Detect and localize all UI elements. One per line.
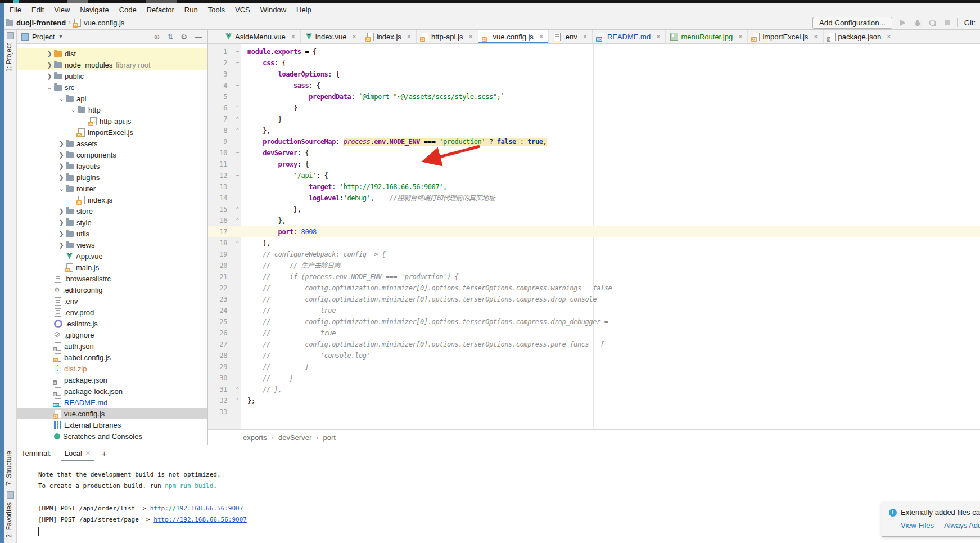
tree-item-app-vue[interactable]: App.vue [17,250,207,262]
chevron-right-icon[interactable]: ❯ [45,50,54,57]
tree-item-vue-config-js[interactable]: JSvue.config.js [17,408,207,419]
close-tab-icon[interactable]: ✕ [582,33,588,41]
fold-marker-icon[interactable]: ⌃ [231,125,244,136]
menu-vcs[interactable]: VCS [230,5,255,15]
fold-marker-icon[interactable]: − [231,170,244,181]
chevron-right-icon[interactable]: ❯ [57,230,66,237]
terminal-link[interactable]: http://192.168.66.56:9007 [153,516,247,523]
editor-breadcrumb-exports[interactable]: exports [243,433,267,442]
hide-panel-icon[interactable]: — [195,33,202,41]
stop-icon[interactable] [944,20,950,26]
always-add-link[interactable]: Always Add [944,521,980,529]
collapse-all-icon[interactable]: ⇅ [167,33,173,41]
run-icon[interactable] [899,19,906,26]
project-panel-title[interactable]: Project [32,33,55,41]
close-icon[interactable]: ✕ [85,450,91,457]
tree-item-src[interactable]: ⌄src [17,82,207,93]
tree-item-eslintrc-js[interactable]: .eslintrc.js [17,318,207,329]
chevron-right-icon[interactable]: ❯ [57,140,66,147]
chevron-right-icon[interactable]: ❯ [57,174,66,181]
new-terminal-session-button[interactable]: + [96,448,112,458]
tree-item-views[interactable]: ❯views [17,239,207,250]
fold-marker-icon[interactable]: − [231,46,244,57]
code-editor[interactable]: 1−module.exports = {2− css: {3− loaderOp… [208,44,980,429]
close-tab-icon[interactable]: ✕ [886,33,891,41]
close-tab-icon[interactable]: ✕ [539,33,544,41]
tree-item-style[interactable]: ❯style [17,217,207,228]
terminal-output[interactable]: Note that the development build is not o… [17,461,980,537]
chevron-right-icon[interactable]: ❯ [57,208,66,215]
fold-marker-icon[interactable]: − [231,69,244,80]
close-tab-icon[interactable]: ✕ [352,33,357,41]
chevron-down-icon[interactable]: ⌄ [45,84,54,91]
tree-item-importexcel-js[interactable]: JSimportExcel.js [17,127,207,138]
fold-marker-icon[interactable]: ⌃ [231,204,244,215]
tree-item-browserslistrc[interactable]: .browserslistrc [17,273,207,284]
tree-item-external-libraries[interactable]: External Libraries [17,419,207,430]
editor-tab-index-js[interactable]: JSindex.js✕ [362,30,417,43]
tree-item-layouts[interactable]: ❯layouts [17,160,207,172]
fold-marker-icon[interactable]: ⌃ [231,215,244,226]
menu-view[interactable]: View [49,5,75,15]
close-tab-icon[interactable]: ✕ [291,33,296,41]
tree-item-plugins[interactable]: ❯plugins [17,172,207,183]
editor-tab-asidemenu-vue[interactable]: AsideMenu.vue✕ [220,30,301,43]
stripe-favorites-button[interactable]: 2: Favorites [5,502,13,538]
close-tab-icon[interactable]: ✕ [738,33,743,41]
fold-marker-icon[interactable]: ⌃ [231,395,244,406]
tree-item-main-js[interactable]: JSmain.js [17,262,207,273]
fold-marker-icon[interactable]: ⌃ [231,237,244,249]
menu-refactor[interactable]: Refactor [142,5,179,15]
tree-item-package-json[interactable]: {}package.json [17,374,207,385]
chevron-down-icon[interactable]: ⌄ [57,95,66,102]
fold-marker-icon[interactable]: ⌃ [231,384,244,395]
view-files-link[interactable]: View Files [901,521,934,529]
terminal-tab-local[interactable]: Local ✕ [61,445,94,461]
tree-item-editorconfig[interactable]: ⚙.editorconfig [17,284,207,295]
fold-marker-icon[interactable]: − [231,80,244,91]
add-configuration-button[interactable]: Add Configuration... [812,17,892,29]
fold-marker-icon[interactable]: − [231,147,244,159]
chevron-down-icon[interactable]: ▼ [58,34,63,39]
tree-item-node-modules[interactable]: ❯node_moduleslibrary root [17,59,207,70]
tree-item-api[interactable]: ⌄api [17,93,207,104]
locate-file-icon[interactable]: ⊕ [154,33,160,41]
tree-item-dist[interactable]: ❯dist [17,48,207,59]
debug-icon[interactable] [914,19,922,26]
fold-marker-icon[interactable]: ⌃ [231,114,244,125]
editor-tab-vue-config-js[interactable]: JSvue.config.js✕ [478,30,549,43]
fold-marker-icon[interactable]: − [231,249,244,260]
chevron-right-icon[interactable]: ❯ [45,61,54,69]
gear-icon[interactable]: ⚙ [180,33,187,41]
editor-tab-http-api-js[interactable]: JShttp-api.js✕ [417,30,478,43]
tree-item-components[interactable]: ❯components [17,149,207,160]
chevron-right-icon[interactable]: ❯ [57,219,66,226]
menu-help[interactable]: Help [291,5,317,15]
close-tab-icon[interactable]: ✕ [813,33,818,41]
tree-item-auth-json[interactable]: {}auth.json [17,340,207,352]
editor-breadcrumb-devserver[interactable]: devServer [278,433,311,442]
menu-edit[interactable]: Edit [26,5,49,15]
menu-code[interactable]: Code [114,5,142,15]
menu-tools[interactable]: Tools [203,5,230,15]
chevron-down-icon[interactable]: ⌄ [69,106,78,114]
tree-item-env-prod[interactable]: .env.prod [17,307,207,318]
tool-stripe-icon[interactable] [7,32,14,39]
editor-breadcrumb-port[interactable]: port [323,433,336,442]
tree-item-dist-zip[interactable]: dist.zip [17,363,207,374]
git-widget-label[interactable]: Git: [964,19,977,27]
chevron-right-icon[interactable]: ❯ [57,151,66,159]
stripe-project-button[interactable]: 1: Project [5,43,13,72]
tree-item-http-api-js[interactable]: JShttp-api.js [17,115,207,127]
editor-tab-menurouter-jpg[interactable]: menuRouter.jpg✕ [666,30,748,43]
fold-marker-icon[interactable]: ⌃ [231,102,244,114]
editor-tab-package-json[interactable]: {}package.json✕ [824,30,897,43]
tool-stripe-icon[interactable] [7,491,14,499]
menu-navigate[interactable]: Navigate [75,5,114,15]
chevron-right-icon[interactable]: ❯ [57,241,66,249]
editor-tab-readme-md[interactable]: MDREADME.md✕ [593,30,666,43]
tree-item-env[interactable]: .env [17,295,207,307]
breadcrumb-file[interactable]: vue.config.js [84,19,124,27]
menu-window[interactable]: Window [255,5,291,15]
tree-item-public[interactable]: ❯public [17,70,207,82]
